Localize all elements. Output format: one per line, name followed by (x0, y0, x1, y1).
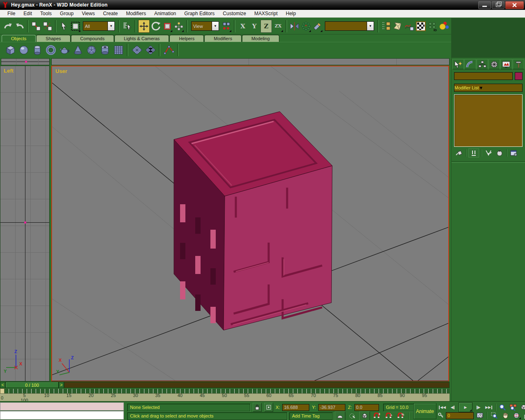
menu-item[interactable]: Modifiers (122, 10, 150, 17)
menu-item[interactable]: File (3, 10, 19, 17)
select-by-name-button[interactable] (122, 20, 132, 32)
curve-editor-button[interactable] (404, 20, 415, 32)
menu-item[interactable]: Help (282, 10, 300, 17)
motion-tab[interactable] (488, 59, 500, 69)
add-time-tag-button[interactable]: Add Time Tag (289, 412, 333, 420)
menu-item[interactable]: Create (99, 10, 122, 17)
time-slider-prev-button[interactable]: < (0, 382, 5, 388)
pin-stack-button[interactable] (454, 149, 464, 157)
tab-modeling[interactable]: Modeling (242, 35, 279, 42)
zoom-button[interactable] (498, 403, 507, 411)
make-unique-button[interactable] (484, 149, 493, 157)
use-center-button[interactable] (221, 20, 232, 32)
go-to-start-button[interactable]: ◀◀ (437, 403, 447, 411)
time-slider-next-button[interactable]: > (59, 382, 64, 388)
arc-rotate-button[interactable] (511, 411, 521, 420)
current-frame-field[interactable]: 0 (446, 412, 474, 419)
undo-button[interactable] (3, 20, 14, 32)
material-editor-button[interactable] (415, 20, 426, 32)
select-and-scale-button[interactable] (162, 20, 173, 32)
coord-x-field[interactable]: 16.688 (282, 404, 309, 411)
dropdown-arrow-icon[interactable]: ▼ (367, 22, 374, 30)
unlink-selection-button[interactable] (42, 20, 53, 32)
zoom-extents-button[interactable] (519, 403, 525, 411)
menu-item[interactable]: Animation (150, 10, 180, 17)
degradation-override-button[interactable] (335, 411, 345, 420)
scene-3d-object[interactable] (174, 112, 332, 330)
tab-modifiers[interactable]: Modifiers (204, 35, 242, 42)
layer-manager-button[interactable] (381, 20, 392, 32)
select-and-link-button[interactable] (31, 20, 41, 32)
selection-filter-dropdown[interactable]: All ▼ (83, 21, 115, 31)
configure-modifier-sets-button[interactable] (509, 149, 519, 157)
object-name-field[interactable] (454, 72, 513, 80)
quad-patch-button[interactable] (130, 43, 144, 57)
tab-objects[interactable]: Objects (2, 35, 36, 42)
next-frame-button[interactable]: ▶ (473, 403, 483, 411)
display-tab[interactable] (500, 59, 512, 69)
redo-button[interactable] (14, 20, 25, 32)
restrict-x-button[interactable]: X (237, 20, 248, 32)
pan-button[interactable] (500, 411, 510, 420)
cone-primitive-button[interactable] (71, 43, 84, 57)
reference-coordinate-dropdown[interactable]: View ▼ (191, 21, 219, 31)
torus-primitive-button[interactable] (44, 43, 57, 57)
menu-item[interactable]: Tools (36, 10, 56, 17)
crossing-selection-toggle-button[interactable] (359, 411, 370, 420)
geosphere-primitive-button[interactable] (84, 43, 98, 57)
restrict-plane-button[interactable]: ZX (273, 20, 283, 32)
restrict-z-button[interactable]: Z (260, 20, 272, 33)
utilities-tab[interactable] (513, 59, 524, 69)
scene-canvas[interactable] (52, 66, 448, 381)
maxscript-listener-output[interactable] (0, 402, 124, 411)
viewport-user-label[interactable]: User (55, 68, 67, 74)
percent-snap-button[interactable]: % (396, 412, 406, 420)
play-button[interactable]: ▶ (459, 402, 472, 412)
time-slider-thumb[interactable]: 0 / 100 (5, 382, 59, 388)
tri-patch-button[interactable] (144, 43, 157, 57)
maxscript-listener-input[interactable] (0, 411, 124, 420)
selection-lock-button[interactable] (253, 403, 262, 412)
modifier-stack-list[interactable] (454, 94, 523, 147)
angle-snap-button[interactable] (384, 412, 394, 420)
menu-item[interactable]: Views (78, 10, 99, 17)
hierarchy-tab[interactable] (477, 59, 488, 69)
time-configuration-button[interactable] (475, 411, 485, 420)
restore-button[interactable] (492, 1, 504, 9)
mirror-button[interactable] (289, 20, 300, 32)
animate-button[interactable]: Animate (413, 403, 436, 419)
align-button[interactable] (312, 20, 323, 32)
remove-modifier-button[interactable] (495, 149, 504, 157)
key-mode-toggle-button[interactable] (437, 411, 445, 420)
viewport-left[interactable]: Left Z Y X (0, 66, 50, 381)
box-primitive-button[interactable] (3, 43, 17, 57)
viewport-sliver-main[interactable] (51, 58, 450, 65)
region-zoom-button[interactable] (489, 411, 499, 420)
min-max-toggle-button[interactable] (523, 411, 525, 420)
menu-item[interactable]: Group (56, 10, 78, 17)
select-and-manipulate-button[interactable] (173, 20, 184, 32)
create-tab[interactable] (452, 59, 464, 69)
sphere-primitive-button[interactable] (17, 43, 30, 57)
menu-item[interactable]: Edit (19, 10, 36, 17)
menu-item[interactable]: MAXScript (250, 10, 282, 17)
snap-toggle-button[interactable]: 3 (372, 412, 382, 420)
named-selection-dropdown[interactable]: ▼ (325, 21, 374, 31)
viewport-user[interactable]: User Z X Y (51, 66, 449, 381)
time-slider-track[interactable] (64, 382, 450, 388)
dropdown-arrow-icon[interactable]: ▼ (212, 22, 219, 30)
show-end-result-button[interactable] (468, 148, 479, 158)
dropdown-arrow-icon[interactable]: ▼ (479, 85, 483, 90)
tab-helpers[interactable]: Helpers (169, 35, 204, 42)
select-object-button[interactable] (59, 20, 69, 32)
select-and-rotate-button[interactable] (151, 20, 161, 32)
coord-z-field[interactable]: 0.0 (354, 404, 379, 411)
viewport-left-label[interactable]: Left (4, 68, 14, 74)
select-and-move-button[interactable] (138, 20, 150, 33)
close-button[interactable] (505, 1, 524, 9)
restrict-y-button[interactable]: Y (249, 20, 260, 32)
grid-primitive-button[interactable] (112, 43, 125, 57)
modifier-list-dropdown[interactable]: Modifier List ▼ (454, 84, 523, 92)
id-tool-button[interactable]: ID (427, 20, 438, 32)
tab-shapes[interactable]: Shapes (36, 35, 70, 42)
